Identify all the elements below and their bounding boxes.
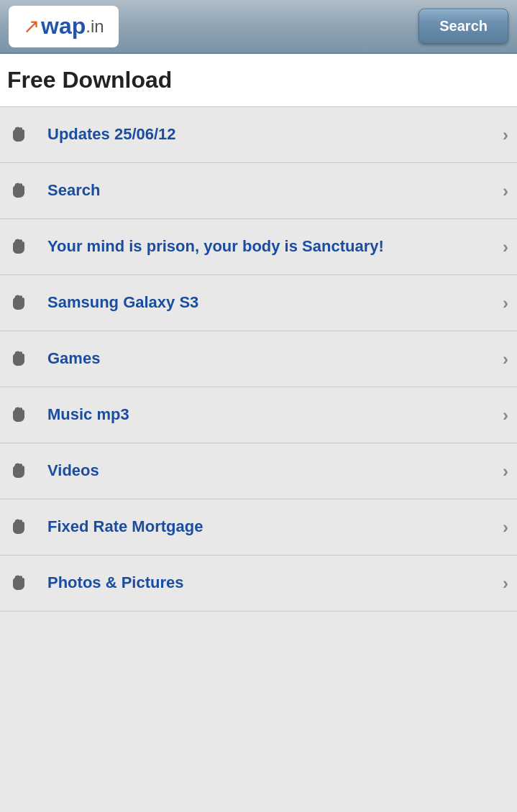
- search-button[interactable]: Search: [418, 9, 508, 44]
- chevron-icon: ›: [503, 181, 508, 201]
- list-item-updates[interactable]: Updates 25/06/12 ›: [0, 107, 517, 163]
- hand-icon: [9, 289, 37, 318]
- list-item-mortgage[interactable]: Fixed Rate Mortgage ›: [0, 499, 517, 555]
- hand-icon: [9, 457, 37, 486]
- menu-list: Updates 25/06/12 › Search ›: [0, 107, 517, 612]
- logo: ↗wap.in: [9, 6, 119, 47]
- chevron-icon: ›: [503, 349, 508, 369]
- hand-icon: [9, 569, 37, 598]
- item-label: Updates 25/06/12: [47, 124, 497, 145]
- list-item-videos[interactable]: Videos ›: [0, 443, 517, 499]
- item-label: Your mind is prison, your body is Sanctu…: [47, 236, 497, 257]
- item-label: Videos: [47, 461, 497, 481]
- logo-in-text: .in: [86, 17, 104, 37]
- item-label: Music mp3: [47, 405, 497, 425]
- list-item-photos[interactable]: Photos & Pictures ›: [0, 555, 517, 612]
- list-item-sanctuary[interactable]: Your mind is prison, your body is Sanctu…: [0, 219, 517, 275]
- list-item-search[interactable]: Search ›: [0, 163, 517, 219]
- item-label: Search: [47, 180, 497, 201]
- logo-arrow-icon: ↗: [23, 14, 40, 38]
- chevron-icon: ›: [503, 405, 508, 425]
- page-title: Free Download: [0, 54, 517, 107]
- header: ↗wap.in Search: [0, 0, 517, 54]
- logo-wap-text: wap: [41, 13, 86, 40]
- hand-icon: [9, 401, 37, 430]
- list-item-music[interactable]: Music mp3 ›: [0, 387, 517, 443]
- item-label: Games: [47, 349, 497, 369]
- hand-icon: [9, 345, 37, 374]
- chevron-icon: ›: [503, 573, 508, 594]
- item-label: Samsung Galaxy S3: [47, 292, 497, 313]
- hand-icon: [9, 121, 37, 149]
- chevron-icon: ›: [503, 461, 508, 481]
- hand-icon: [9, 233, 37, 262]
- hand-icon: [9, 513, 37, 542]
- chevron-icon: ›: [503, 293, 508, 313]
- list-item-samsung[interactable]: Samsung Galaxy S3 ›: [0, 275, 517, 331]
- chevron-icon: ›: [503, 517, 508, 538]
- hand-icon: [9, 177, 37, 206]
- item-label: Fixed Rate Mortgage: [47, 517, 497, 538]
- list-item-games[interactable]: Games ›: [0, 331, 517, 387]
- chevron-icon: ›: [503, 125, 508, 145]
- item-label: Photos & Pictures: [47, 573, 497, 594]
- chevron-icon: ›: [503, 237, 508, 257]
